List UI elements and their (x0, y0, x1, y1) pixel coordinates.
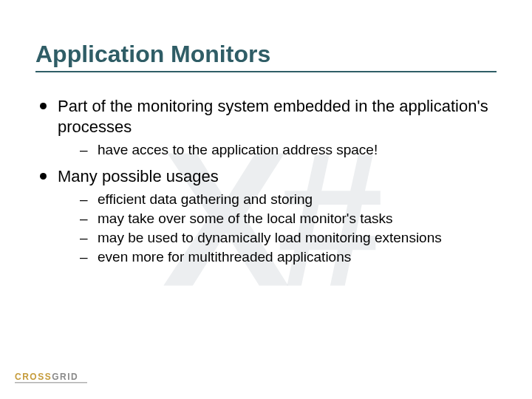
list-item: Part of the monitoring system embedded i… (35, 96, 497, 159)
sub-list-item: efficient data gathering and storing (58, 191, 497, 208)
page-title: Application Monitors (35, 41, 497, 68)
logo-text-svg: CROSSGRID (15, 372, 78, 382)
bullet-list: Part of the monitoring system embedded i… (35, 96, 497, 265)
sub-list-item: may take over some of the local monitor'… (58, 210, 497, 228)
list-item: Many possible usages efficient data gath… (35, 166, 497, 266)
sub-list-item: may be used to dynamically load monitori… (58, 229, 497, 247)
svg-rect-0 (15, 382, 87, 383)
list-item-text: Part of the monitoring system embedded i… (58, 97, 488, 136)
sub-list: efficient data gathering and storing may… (58, 191, 497, 265)
sub-list-item: even more for multithreaded applications (58, 248, 497, 266)
list-item-text: Many possible usages (58, 167, 219, 185)
crossgrid-logo: CROSSGRID (15, 366, 103, 389)
sub-list: have acces to the application address sp… (58, 141, 497, 159)
title-rule (35, 71, 497, 72)
sub-list-item: have acces to the application address sp… (58, 141, 497, 159)
slide-content: Application Monitors Part of the monitor… (0, 0, 532, 265)
